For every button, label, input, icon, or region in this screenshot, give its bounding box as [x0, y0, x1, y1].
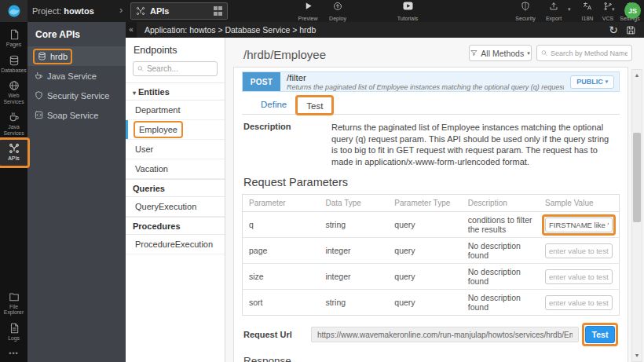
scroll-down-icon[interactable]: ▼	[632, 351, 642, 360]
database-icon	[9, 55, 20, 66]
security-button[interactable]: Security	[510, 2, 540, 21]
sidebar-item-file-explorer[interactable]: File Explorer	[0, 288, 27, 320]
scroll-up-icon[interactable]: ▲	[632, 71, 642, 80]
document-icon	[9, 29, 20, 40]
description-label: Description	[243, 122, 331, 167]
endpoint-item-user[interactable]: User	[126, 140, 225, 159]
wavemaker-logo-icon	[7, 4, 21, 18]
vcs-caret-icon[interactable]: ▾	[612, 6, 615, 13]
endpoint-item-queryexecution[interactable]: QueryExecution	[126, 197, 225, 217]
database-icon	[38, 52, 46, 60]
preview-button[interactable]: Preview	[293, 2, 323, 21]
sidebar-item-pages[interactable]: Pages	[0, 26, 27, 52]
sample-value-input-size[interactable]	[545, 269, 613, 284]
endpoints-title: Endpoints	[126, 38, 225, 61]
sidebar-item-web-services[interactable]: Web Services	[0, 77, 27, 108]
request-url-row: Request Url Test	[242, 326, 620, 343]
sidebar-item-databases[interactable]: Databases	[0, 52, 27, 78]
refresh-button[interactable]: ↻	[609, 24, 618, 35]
project-name: howtos	[64, 6, 94, 16]
api-path: /filter	[287, 73, 564, 83]
api-summary: Returns the paginated list of Employee i…	[287, 83, 564, 91]
main-scrollbar[interactable]: ▲ ▼	[631, 69, 642, 362]
translate-icon	[583, 2, 592, 11]
procedures-section-header[interactable]: Procedures	[126, 217, 225, 235]
request-parameters-table: Parameter Data Type Parameter Type Descr…	[242, 194, 620, 316]
endpoint-item-vacation[interactable]: Vacation	[126, 159, 225, 179]
shield-icon	[521, 2, 530, 11]
core-api-item-java-service[interactable]: Java Service	[27, 66, 126, 86]
method-search[interactable]	[536, 45, 632, 61]
user-avatar[interactable]: JS	[624, 2, 641, 19]
table-row-page: page integer query No description found	[243, 238, 620, 264]
endpoints-search-input[interactable]	[147, 64, 213, 73]
request-url-input[interactable]	[311, 327, 579, 342]
export-caret-icon[interactable]: ▾	[568, 6, 571, 13]
endpoint-item-procedureexecution[interactable]: ProcedureExecution	[126, 235, 225, 254]
core-api-label: Security Service	[47, 91, 109, 101]
collapse-panel-button[interactable]: «	[126, 22, 137, 38]
core-api-item-soap-service[interactable]: Soap Service	[27, 105, 126, 125]
queries-section-header[interactable]: Queries	[126, 179, 225, 197]
sample-value-input-page[interactable]	[545, 243, 613, 258]
chevron-right-icon: ›	[119, 0, 123, 22]
caret-down-icon: ▾	[527, 50, 530, 57]
core-apis-panel: Core APIs hrdb Java Service Security Ser…	[27, 22, 126, 362]
grid-icon[interactable]	[214, 6, 223, 16]
api-icon	[136, 6, 145, 16]
core-api-item-hrdb[interactable]: hrdb	[27, 46, 126, 66]
tab-define[interactable]: Define	[251, 95, 296, 114]
all-methods-filter[interactable]: All Methods ▾	[469, 45, 532, 61]
left-icon-rail: Pages Databases Web Services Java Servic…	[0, 22, 27, 362]
export-icon	[549, 2, 558, 11]
page-title: /hrdb/Employee	[243, 48, 326, 61]
tutorials-button[interactable]: Tutorials	[393, 2, 423, 21]
entities-section-header[interactable]: ▾Entities	[126, 82, 225, 101]
api-accordion-filter[interactable]: POST /filter Returns the paginated list …	[242, 71, 620, 92]
search-icon	[137, 65, 144, 72]
method-search-input[interactable]	[551, 49, 628, 57]
section-caret-icon: ▾	[133, 90, 136, 97]
selected-indicator	[126, 120, 128, 139]
refresh-icon: ↻	[609, 24, 618, 35]
folder-icon	[9, 291, 20, 302]
top-bar: Project: howtos › APIs Preview Deploy Tu…	[0, 0, 644, 22]
table-row-size: size integer query No description found	[243, 264, 620, 290]
visibility-dropdown[interactable]: PUBLIC ▾	[570, 75, 614, 89]
endpoints-search[interactable]	[133, 61, 218, 76]
deploy-button[interactable]: Deploy	[323, 2, 353, 21]
endpoint-item-department[interactable]: Department	[126, 101, 225, 120]
apis-workspace-tab[interactable]: APIs	[130, 2, 228, 20]
wavemaker-logo[interactable]	[0, 0, 27, 22]
sidebar-item-apis[interactable]: APIs	[0, 140, 27, 166]
core-api-item-security-service[interactable]: Security Service	[27, 86, 126, 105]
description-row: Description Returns the paginated list o…	[242, 122, 620, 167]
api-icon	[9, 143, 20, 154]
main-scrollbar-thumb[interactable]	[633, 133, 641, 222]
save-button[interactable]	[626, 25, 636, 35]
sidebar-item-logs[interactable]: Logs	[0, 320, 27, 346]
search-icon	[541, 49, 547, 57]
caret-down-icon: ▾	[606, 79, 608, 85]
sidebar-item-java-services[interactable]: Java Services	[0, 108, 27, 140]
core-api-label: Soap Service	[47, 111, 98, 120]
description-text: Returns the paginated list of Employee i…	[331, 122, 620, 167]
more-options-icon[interactable]: •••	[9, 345, 18, 362]
endpoint-item-employee[interactable]: Employee	[126, 120, 225, 140]
play-icon	[304, 2, 313, 10]
table-row-sort: sort string query No description found	[243, 290, 620, 316]
shield-icon	[35, 91, 43, 100]
globe-icon	[9, 80, 20, 91]
export-button[interactable]: Export	[539, 2, 569, 21]
video-icon	[403, 2, 413, 10]
soap-icon	[35, 111, 43, 119]
sample-value-input-q[interactable]	[545, 218, 613, 232]
save-icon	[626, 25, 636, 35]
test-button[interactable]: Test	[585, 326, 615, 343]
method-badge-post[interactable]: POST	[243, 72, 280, 91]
api-tabs: Define Test	[242, 95, 620, 115]
sample-value-input-sort[interactable]	[545, 295, 613, 310]
request-parameters-heading: Request Parameters	[243, 176, 620, 188]
application-bar: « Application: howtos > Database Service…	[126, 22, 644, 38]
tab-test[interactable]: Test	[296, 96, 333, 115]
